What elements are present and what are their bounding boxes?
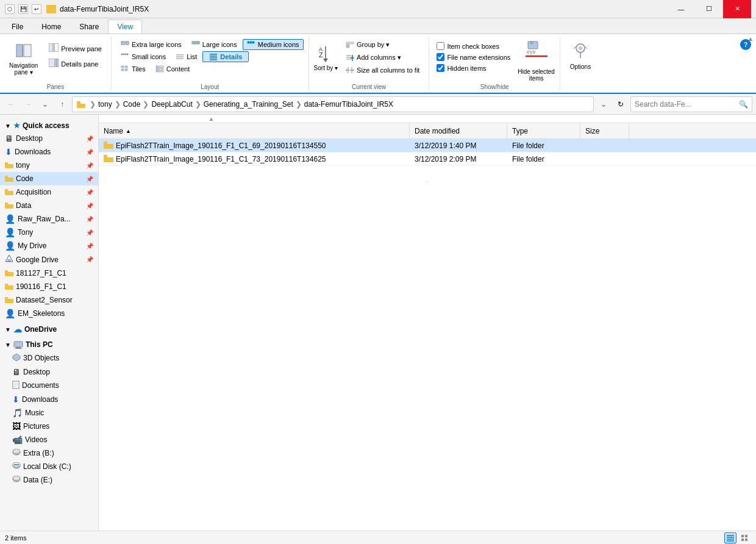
medium-icons-button[interactable]: Medium icons <box>243 39 304 50</box>
quick-access-header[interactable]: ▼ ★ Quick access <box>0 120 98 132</box>
item-check-boxes-input[interactable] <box>437 42 444 50</box>
sidebar-item-tony[interactable]: tony 📌 <box>0 159 98 172</box>
options-label: Options <box>570 63 591 70</box>
breadcrumb[interactable]: ❯ tony ❯ Code ❯ DeepLabCut ❯ Generating_… <box>72 96 594 112</box>
small-icons-button[interactable]: Small icons <box>116 51 170 62</box>
onedrive-header[interactable]: ▼ ☁ OneDrive <box>0 323 98 336</box>
search-box: 🔍 <box>630 96 752 112</box>
downloads2-icon: ⬇ <box>12 395 20 404</box>
dataset2-icon <box>5 295 13 305</box>
sidebar-item-data[interactable]: Data 📌 <box>0 199 98 212</box>
navigation-pane-button[interactable]: Navigation pane ▾ <box>5 39 42 79</box>
sidebar-item-3d-objects[interactable]: 3D Objects <box>0 351 98 365</box>
sidebar-item-extra-b[interactable]: Extra (B:) <box>0 446 98 460</box>
hide-selected-items-button[interactable]: eye Hide selected items <box>518 39 555 82</box>
tab-file[interactable]: File <box>2 20 32 34</box>
maximize-button[interactable]: ☐ <box>695 0 723 18</box>
options-button[interactable]: Options <box>565 39 596 73</box>
extra-large-icons-button[interactable]: Extra large icons <box>116 39 186 50</box>
search-input[interactable] <box>635 100 736 109</box>
refresh-button[interactable]: ↻ <box>613 97 628 112</box>
col-date-label: Date modified <box>415 127 460 135</box>
back-button[interactable]: ← <box>4 97 18 112</box>
sidebar-desktop-label: Desktop <box>16 134 84 143</box>
file-row-1[interactable]: EpiFlash2TTrain_Image_190116_F1_C1_73_20… <box>99 152 756 166</box>
sidebar-item-data-e[interactable]: Data (E:) <box>0 473 98 487</box>
layout-content: Extra large icons Large icons Medium ico… <box>116 37 304 82</box>
desktop2-icon: 🖥 <box>12 367 21 377</box>
hidden-items-input[interactable] <box>437 64 444 72</box>
tiles-button[interactable]: Tiles <box>116 63 150 74</box>
bc-item-deeplabcut[interactable]: DeepLabCut <box>151 100 192 109</box>
sidebar-item-dataset2[interactable]: Dataset2_Sensor <box>0 293 98 307</box>
up-button[interactable]: ↑ <box>55 97 70 112</box>
hidden-items-checkbox[interactable]: Hidden items <box>434 63 513 73</box>
content-button[interactable]: Content <box>151 63 194 74</box>
forward-button[interactable]: → <box>21 97 35 112</box>
sidebar-item-documents[interactable]: Documents <box>0 379 98 393</box>
acquisition-pin: 📌 <box>86 189 93 196</box>
sidebar-item-google-drive[interactable]: Google Drive 📌 <box>0 252 98 267</box>
svg-rect-40 <box>346 46 349 48</box>
sidebar-item-190116[interactable]: 190116_F1_C1 <box>0 280 98 293</box>
preview-pane-button[interactable]: Preview pane <box>45 41 106 55</box>
minimize-button[interactable]: — <box>667 0 695 18</box>
tab-home[interactable]: Home <box>32 20 70 34</box>
sort-by-button[interactable]: A Z Sort by ▾ <box>314 44 338 71</box>
sidebar-item-my-drive[interactable]: 👤 My Drive 📌 <box>0 239 98 252</box>
file-row-0[interactable]: EpiFlash2TTrain_Image_190116_F1_C1_69_20… <box>99 139 756 152</box>
sidebar-item-raw-raw-da[interactable]: 👤 Raw_Raw_Da... 📌 <box>0 212 98 226</box>
sidebar-item-videos[interactable]: 📹 Videos <box>0 433 98 446</box>
item-check-boxes-checkbox[interactable]: Item check boxes <box>434 41 513 51</box>
col-header-size[interactable]: Size <box>580 123 629 138</box>
sidebar-item-music[interactable]: 🎵 Music <box>0 406 98 420</box>
col-header-name[interactable]: Name ▲ <box>99 123 410 138</box>
svg-marker-71 <box>7 259 12 262</box>
close-button[interactable]: ✕ <box>723 0 751 18</box>
sidebar-item-181127[interactable]: 181127_F1_C1 <box>0 267 98 280</box>
bc-item-tony[interactable]: tony <box>98 100 112 109</box>
sidebar-item-desktop2[interactable]: 🖥 Desktop <box>0 365 98 379</box>
list-button[interactable]: List <box>171 51 201 62</box>
sidebar-item-acquisition[interactable]: Acquisition 📌 <box>0 185 98 199</box>
sidebar-item-tony2[interactable]: 👤 Tony 📌 <box>0 226 98 239</box>
large-icons-button[interactable]: Large icons <box>187 39 241 50</box>
file-name-0: EpiFlash2TTrain_Image_190116_F1_C1_69_20… <box>116 141 326 150</box>
sidebar-item-downloads2[interactable]: ⬇ Downloads <box>0 393 98 406</box>
sidebar-dataset2-label: Dataset2_Sensor <box>16 296 93 304</box>
details-view-button[interactable] <box>724 532 736 543</box>
svg-rect-75 <box>5 285 13 290</box>
recent-locations-button[interactable]: ⌄ <box>38 97 52 112</box>
col-header-type[interactable]: Type <box>507 123 580 138</box>
sidebar-item-em-skeletons[interactable]: 👤 EM_Skeletons <box>0 307 98 320</box>
tab-view[interactable]: View <box>108 20 142 34</box>
tab-share[interactable]: Share <box>70 20 108 34</box>
sidebar-item-pictures[interactable]: 🖼 Pictures <box>0 420 98 433</box>
file-name-extensions-input[interactable] <box>437 53 444 61</box>
sidebar-item-local-disk-c[interactable]: Local Disk (C:) <box>0 460 98 473</box>
group-by-button[interactable]: Group by ▾ <box>341 39 424 51</box>
content-label: Content <box>166 65 190 73</box>
bc-item-code[interactable]: Code <box>123 100 141 109</box>
ribbon-expand-button[interactable]: ▲ <box>745 34 756 43</box>
svg-marker-47 <box>346 69 347 71</box>
details-button[interactable]: Details <box>202 51 249 62</box>
bc-item-1[interactable] <box>76 99 87 109</box>
large-icons-view-button[interactable] <box>739 532 751 543</box>
bc-item-generating[interactable]: Generating_a_Training_Set <box>204 100 293 109</box>
onedrive-label: OneDrive <box>24 325 57 334</box>
size-all-columns-button[interactable]: Size all columns to fit <box>341 65 424 76</box>
sidebar-item-downloads[interactable]: ⬇ Downloads 📌 <box>0 145 98 159</box>
thispc-header[interactable]: ▼ This PC <box>0 338 98 351</box>
sidebar-item-desktop[interactable]: 🖥 Desktop 📌 <box>0 132 98 145</box>
bc-item-data[interactable]: data-FemurTibiaJoint_IR5X <box>304 100 393 109</box>
file-cell-name-1: EpiFlash2TTrain_Image_190116_F1_C1_73_20… <box>99 154 410 164</box>
address-dropdown-button[interactable]: ⌄ <box>596 97 611 112</box>
sidebar-item-code[interactable]: Code 📌 <box>0 172 98 185</box>
details-pane-button[interactable]: Details pane <box>45 57 106 71</box>
file-name-extensions-checkbox[interactable]: File name extensions <box>434 52 513 62</box>
col-header-date[interactable]: Date modified <box>410 123 507 138</box>
svg-rect-30 <box>156 66 158 72</box>
sidebar-tony2-label: Tony <box>18 228 84 237</box>
add-columns-button[interactable]: Add columns ▾ <box>341 52 424 63</box>
